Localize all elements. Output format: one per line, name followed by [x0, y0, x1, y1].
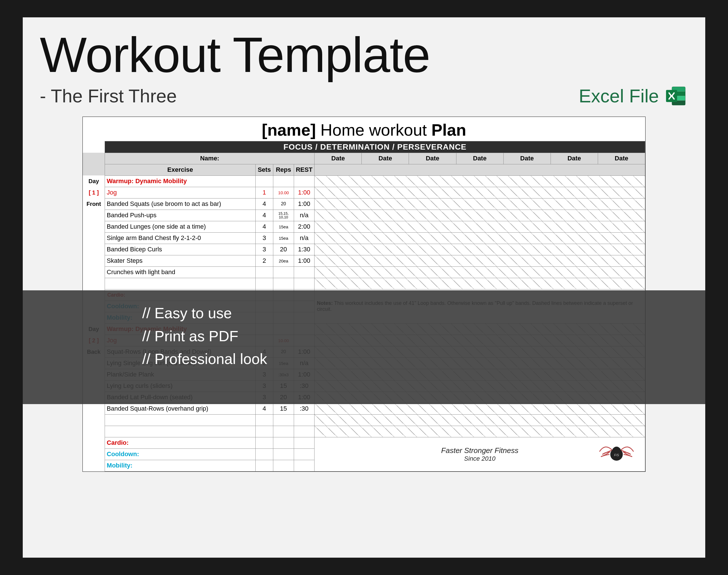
date-header: Date [409, 153, 456, 164]
table-row: Cardio: Faster Stronger Fitness Since 20… [83, 437, 645, 448]
footer-brand: Faster Stronger Fitness [441, 446, 518, 455]
col-rest: REST [294, 164, 314, 175]
table-row: Crunches with light band [83, 266, 645, 278]
cardio-label: Cardio: [105, 437, 255, 448]
svg-text:F/S: F/S [614, 453, 619, 457]
table-row: Banded Lunges (one side at a time) 4 15e… [83, 221, 645, 232]
kettlebell-wings-icon: F/S [594, 440, 639, 465]
date-header: Date [456, 153, 504, 164]
plan-title: [name] Home workout Plan [83, 117, 645, 141]
feature-line-3: // Professional look [142, 347, 586, 371]
column-header-row: Exercise Sets Reps REST [83, 164, 645, 175]
day1-warmup-row: Day Warmup: Dynamic Mobility [83, 175, 645, 187]
day1-label-side: Front [83, 198, 105, 210]
date-header: Date [314, 153, 362, 164]
table-row [83, 414, 645, 426]
excel-file-text: Excel File [579, 85, 659, 107]
table-row: [ 1 ] Jog 1 10.00 1:00 [83, 187, 645, 198]
day1-warmup: Warmup: Dynamic Mobility [105, 175, 255, 187]
exercise-name: Jog [105, 187, 255, 198]
page-subtitle: - The First Three [40, 85, 177, 107]
name-label: Name: [105, 153, 314, 164]
subtitle-row: - The First Three Excel File [40, 84, 688, 108]
table-row: Sinlge arm Band Chest fly 2-1-2-0 3 15ea… [83, 232, 645, 244]
table-row [83, 426, 645, 437]
plan-title-suffix: Plan [431, 121, 466, 139]
table-row: Banded Squat-Rows (overhand grip) 4 15 :… [83, 403, 645, 414]
col-exercise: Exercise [105, 164, 255, 175]
table-row: Front Banded Squats (use broom to act as… [83, 198, 645, 210]
table-row: Skater Steps 2 20ea 1:00 [83, 255, 645, 266]
table-row: Banded Bicep Curls 3 20 1:30 [83, 244, 645, 255]
plan-title-mid: Home workout [316, 121, 431, 139]
table-row: Banded Push-ups 4 15,15, 10,10 n/a [83, 210, 645, 221]
mobility-label: Mobility: [105, 460, 255, 471]
banner-row: FOCUS / DETERMINATION / PERSEVERANCE [83, 141, 645, 153]
date-header: Date [362, 153, 409, 164]
cooldown-label: Cooldown: [105, 448, 255, 460]
date-header: Date [504, 153, 551, 164]
features-overlay: // Easy to use // Print as PDF // Profes… [23, 290, 705, 404]
footer-brand-cell: Faster Stronger Fitness Since 2010 F/S [314, 437, 645, 471]
date-header: Date [551, 153, 598, 164]
name-row: Name: Date Date Date Date Date Date Date [83, 153, 645, 164]
banner-text: FOCUS / DETERMINATION / PERSEVERANCE [105, 141, 645, 153]
plan-title-name: [name] [262, 121, 316, 139]
page-frame: Workout Template - The First Three Excel… [23, 18, 705, 557]
page-title: Workout Template [40, 29, 688, 81]
feature-line-2: // Print as PDF [142, 325, 586, 348]
excel-file-label: Excel File [579, 84, 688, 108]
day1-label-num: [ 1 ] [83, 187, 105, 198]
excel-icon [664, 84, 688, 108]
date-header: Date [598, 153, 645, 164]
table-row [83, 278, 645, 289]
col-sets: Sets [255, 164, 273, 175]
day1-label-top: Day [83, 175, 105, 187]
col-reps: Reps [273, 164, 294, 175]
feature-line-1: // Easy to use [142, 302, 586, 325]
